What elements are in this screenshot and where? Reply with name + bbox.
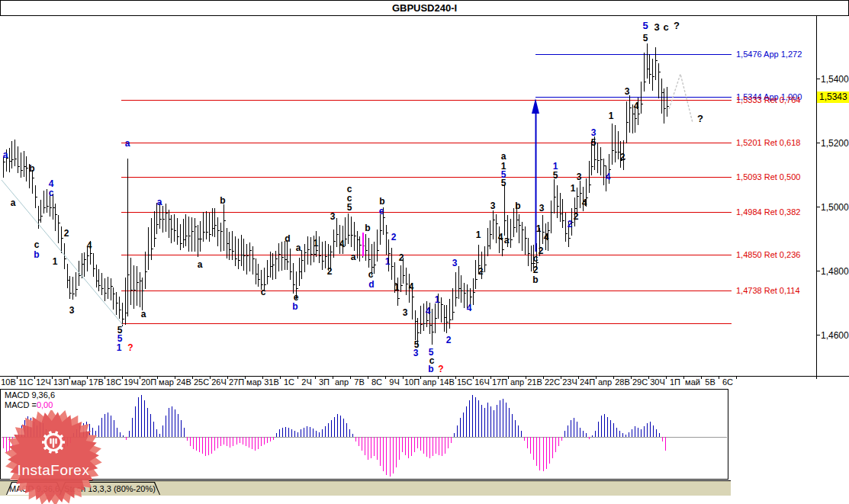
price-axis-label: 1,5400 <box>821 74 849 85</box>
wave-label: c <box>49 188 54 198</box>
wave-label: ? <box>438 364 443 374</box>
wave-label: a <box>11 197 16 208</box>
price-axis-label: 1,5000 <box>821 202 849 213</box>
wave-label: 2 <box>568 219 573 230</box>
wave-label: a <box>157 197 162 207</box>
wave-label: b <box>292 301 297 312</box>
instaforex-starburst <box>3 410 104 504</box>
macd-panel-frame <box>1 390 728 480</box>
wave-label: 2 <box>478 266 484 277</box>
chart-title: GBPUSD240-I <box>392 2 457 14</box>
wave-label: 2 <box>620 152 625 162</box>
fib-label: 1,5093 Ret 0,500 <box>736 172 800 181</box>
price-axis-label: 1,4600 <box>821 330 849 341</box>
wave-label: 1 <box>314 238 319 249</box>
wave-label: 3 <box>69 305 75 316</box>
fib-label: 1,4850 Ret 0,236 <box>736 250 800 259</box>
wave-label: 1 <box>394 282 400 293</box>
wave-label: c <box>368 269 374 280</box>
wave-label: 2 <box>391 232 397 242</box>
wave-label: 1 <box>435 294 440 305</box>
wave-label: ? <box>697 113 703 124</box>
macd-histogram <box>1 390 728 480</box>
terminal-window: GBPUSD240-I 1,5343 MACD 9,36,6 MACD =0,0… <box>0 0 849 504</box>
wave-label: c <box>663 21 668 33</box>
price-axis-label: 1,4800 <box>821 266 849 277</box>
wave-label: b <box>34 249 39 260</box>
wave-label: a <box>504 235 510 246</box>
price-bars <box>4 43 669 345</box>
wave-label: b <box>379 196 384 207</box>
macd-legend-line2: MACD =0,00 <box>5 400 53 409</box>
wave-label: 3 <box>452 258 458 268</box>
wave-label: 2 <box>539 246 544 256</box>
wave-label: 5 <box>553 170 558 181</box>
wave-label: b <box>29 163 34 174</box>
wave-label: 5 <box>347 202 352 213</box>
wave-label: 3 <box>577 172 582 182</box>
wave-label: 4 <box>87 240 92 251</box>
wave-label: b <box>515 201 520 211</box>
wave-label: 2 <box>399 252 404 263</box>
macd-legend-line1: MACD 9,36,6 <box>5 390 55 400</box>
price-axis-label: 1,5200 <box>821 138 849 149</box>
wave-label: 4 <box>409 281 414 292</box>
instaforex-logo: InstaForex <box>3 410 104 504</box>
macd-legend-label: MACD = <box>5 400 37 409</box>
wave-label: 5 <box>642 20 648 31</box>
wave-label: 2 <box>327 266 333 277</box>
macd-current-value: 0,00 <box>37 400 53 409</box>
wave-label: 3 <box>539 203 545 213</box>
wave-label: e <box>379 206 384 217</box>
wave-label: 5 <box>501 178 507 188</box>
wave-label: 4 <box>426 306 431 316</box>
projection-zigzag <box>669 74 693 123</box>
wave-label: c <box>261 287 266 297</box>
wave-label: 1 <box>571 183 576 194</box>
wave-label: 2 <box>64 228 69 239</box>
wave-label: 4 <box>634 101 639 111</box>
fib-label: 1,5333 Ret 0,764 <box>736 95 800 104</box>
wave-label: 1 <box>53 256 58 267</box>
wave-label: 4 <box>339 239 345 249</box>
wave-label: c <box>533 253 539 264</box>
date-label: 6С <box>718 377 738 387</box>
wave-label: 4 <box>606 172 611 182</box>
wave-label: 2 <box>446 335 452 345</box>
chart-title-bar: GBPUSD240-I <box>0 0 849 16</box>
current-price-badge: 1,5343 <box>817 91 849 103</box>
wave-label: b <box>428 364 433 374</box>
chart-canvas[interactable] <box>0 0 849 504</box>
wave-label: 2 <box>533 265 539 275</box>
wave-label: 1 <box>385 256 391 267</box>
wave-label: 1 <box>536 223 542 234</box>
wave-label: a <box>198 259 203 270</box>
wave-label: d <box>368 279 374 290</box>
fib-label: 1,4984 Ret 0,382 <box>736 207 800 217</box>
wave-label: 3 <box>591 127 597 138</box>
wave-label: a <box>141 309 146 319</box>
wave-label: 5 <box>591 137 597 148</box>
wave-label: 3 <box>403 307 408 318</box>
wave-label: d <box>285 233 290 244</box>
wave-label: 3 <box>625 86 630 97</box>
fib-label: 1,4738 Ret 0,114 <box>736 286 800 295</box>
axis-lines <box>0 15 849 379</box>
wave-label: 3 <box>413 348 419 358</box>
wave-label: 4 <box>544 232 549 242</box>
wave-label: 3 <box>654 21 659 33</box>
down-trendline <box>2 180 123 325</box>
wave-label: 4 <box>467 303 472 313</box>
wave-label: a <box>3 149 8 160</box>
wave-label: a <box>125 138 130 149</box>
wave-label: 1 <box>476 230 481 240</box>
instaforex-brand-text: InstaForex <box>18 462 90 479</box>
wave-label: 1 <box>117 342 122 353</box>
wave-label: 5 <box>643 33 648 43</box>
wave-label: b <box>365 223 370 233</box>
wave-label: 3 <box>490 201 496 211</box>
wave-label: b <box>532 274 538 285</box>
wave-label: b <box>220 195 225 206</box>
wave-label: 3 <box>330 211 336 222</box>
wave-label: 4 <box>498 232 503 242</box>
